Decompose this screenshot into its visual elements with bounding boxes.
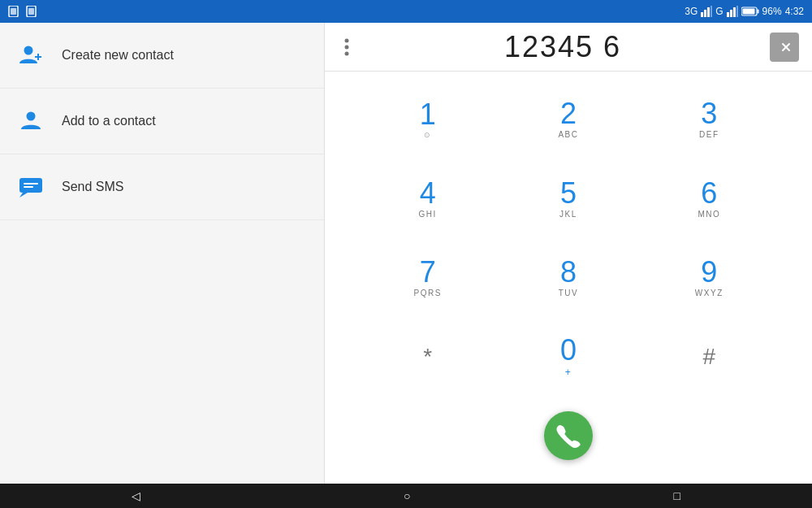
dialer-header: 12345 6 [325,23,812,72]
key-6[interactable]: 6 MNO [676,172,741,225]
dialer-display: 12345 6 [356,30,770,64]
network-3g: 3G [685,6,698,17]
key-9[interactable]: 9 WXYZ [676,251,741,304]
send-sms-item[interactable]: Send SMS [0,154,324,220]
back-button[interactable]: ◁ [123,486,149,506]
svg-rect-7 [710,6,712,17]
key-8[interactable]: 8 TUV [536,251,601,304]
key-4[interactable]: 4 GHI [395,172,460,225]
person-icon [16,106,45,136]
more-options-button[interactable] [338,32,356,63]
svg-rect-1 [11,8,16,15]
svg-marker-26 [776,41,793,54]
svg-point-23 [345,38,349,42]
create-contact-label: Create new contact [62,48,174,63]
status-icons-right: 3G G 96% 4:32 [685,6,804,17]
home-button[interactable]: ○ [395,486,418,506]
add-to-contact-label: Add to a contact [62,114,156,128]
svg-rect-22 [24,186,33,188]
send-sms-label: Send SMS [62,180,123,194]
signal-icon [701,6,712,17]
svg-rect-17 [35,56,41,58]
battery-percent: 96% [762,6,782,17]
svg-rect-21 [24,183,38,185]
svg-rect-3 [28,8,34,15]
signal2-icon [727,6,738,17]
svg-rect-13 [757,10,758,14]
key-1[interactable]: 1 ⊙ [395,93,460,145]
svg-rect-8 [727,12,729,17]
status-bar-left [8,6,39,17]
key-3[interactable]: 3 DEF [676,93,741,145]
svg-rect-10 [733,7,736,17]
svg-point-15 [24,46,33,55]
svg-rect-4 [701,12,703,17]
main-content: Create new contact Add to a contact [0,23,812,484]
svg-point-18 [27,112,36,121]
recents-button[interactable]: □ [666,486,689,506]
delete-button[interactable] [770,33,799,62]
create-contact-item[interactable]: Create new contact [0,23,324,89]
keypad-row-4: * 0 + # [357,317,780,396]
svg-point-25 [345,51,349,55]
status-bar: 3G G 96% 4:32 [0,0,812,23]
svg-rect-19 [19,178,42,193]
svg-rect-11 [736,6,738,17]
key-star[interactable]: * [395,339,460,375]
battery-icon [741,7,759,16]
nav-bar: ◁ ○ □ [0,484,812,508]
sim1-icon [8,6,21,17]
svg-point-24 [345,45,349,49]
message-icon [16,172,45,202]
svg-rect-9 [730,10,732,17]
keypad: 1 ⊙ 2 ABC 3 DEF 4 GHI 5 [325,72,812,484]
keypad-row-1: 1 ⊙ 2 ABC 3 DEF [357,80,780,158]
key-7[interactable]: 7 PQRS [395,251,460,304]
svg-rect-6 [707,7,710,17]
svg-marker-20 [19,193,28,198]
dialer-panel: 12345 6 1 ⊙ 2 ABC [325,23,812,484]
person-add-icon [16,41,45,70]
add-to-contact-item[interactable]: Add to a contact [0,89,324,154]
key-5[interactable]: 5 JKL [536,172,601,225]
key-0[interactable]: 0 + [536,329,601,384]
clock: 4:32 [785,6,804,17]
sim2-icon [26,6,39,17]
call-button[interactable] [544,411,593,460]
key-hash[interactable]: # [676,339,741,375]
svg-rect-14 [742,9,754,15]
network-g: G [715,6,723,17]
keypad-row-2: 4 GHI 5 JKL 6 MNO [357,158,780,237]
svg-rect-5 [704,10,706,17]
phone-icon [556,423,581,448]
keypad-row-3: 7 PQRS 8 TUV 9 WXYZ [357,238,780,317]
keypad-row-call [357,397,780,475]
left-panel: Create new contact Add to a contact [0,23,325,484]
key-2[interactable]: 2 ABC [536,93,601,145]
